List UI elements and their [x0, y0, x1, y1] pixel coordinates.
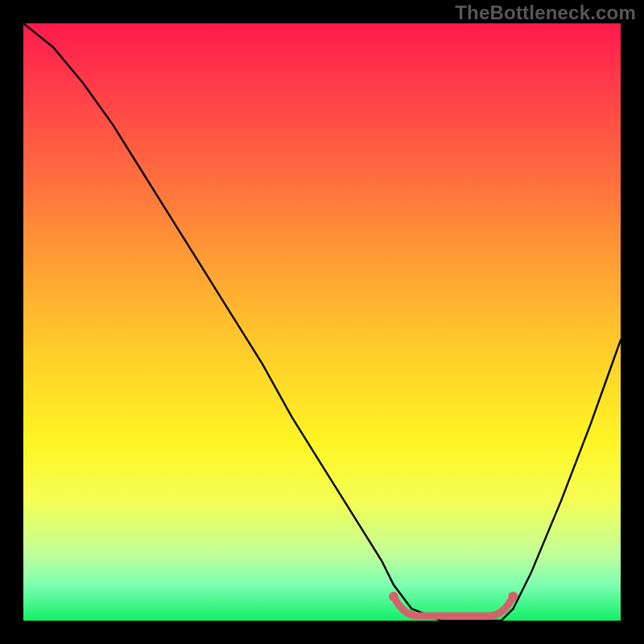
chart-frame: TheBottleneck.com [0, 0, 644, 644]
gradient-plot-area [23, 23, 621, 621]
watermark-text: TheBottleneck.com [455, 2, 636, 24]
